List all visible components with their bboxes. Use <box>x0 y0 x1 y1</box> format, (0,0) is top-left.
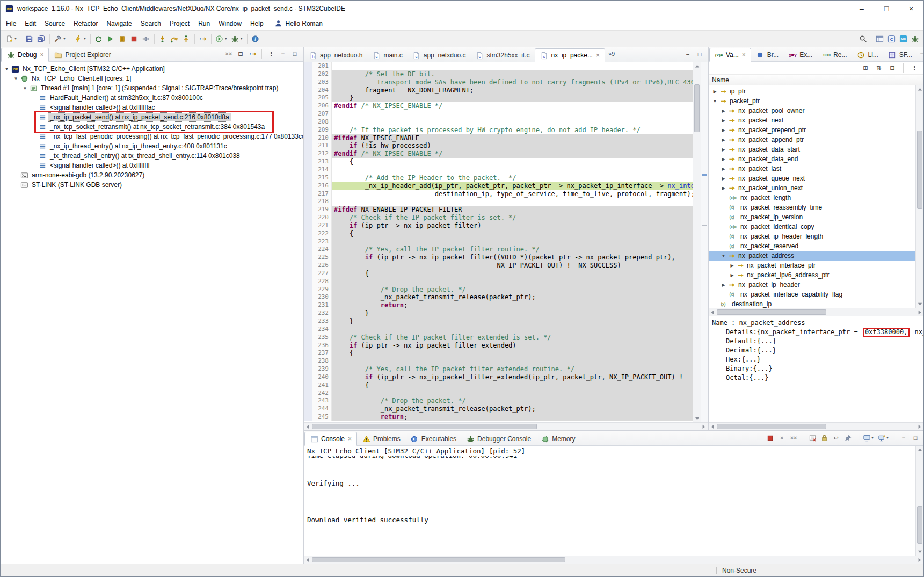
code-line-243[interactable]: 243 /* Drop the packet. */ <box>304 397 693 405</box>
code-line-227[interactable]: 227 { <box>304 270 693 278</box>
variables-view-tab-va[interactable]: (x)=Va...× <box>709 48 751 62</box>
scroll-arrow-icon[interactable] <box>915 423 923 431</box>
menu-project[interactable]: Project <box>165 18 194 29</box>
breakpoint-ruler[interactable] <box>304 326 312 334</box>
new-button[interactable]: ▼ <box>3 32 19 45</box>
code-line-221[interactable]: 221 if (ip_ptr -> nx_ip_packet_filter) <box>304 222 693 230</box>
code-line-215[interactable]: 215 /* Add the IP Header to the packet. … <box>304 174 693 182</box>
editor-tab-stm32h5xx-it-c[interactable]: cstm32h5xx_it.c <box>470 48 534 62</box>
editor-tab-app-netxduo-h[interactable]: happ_netxduo.h <box>304 48 367 62</box>
scroll-lock-button[interactable] <box>819 433 829 443</box>
clear-console-button[interactable] <box>807 433 817 443</box>
minimize-button[interactable]: − <box>899 433 908 443</box>
code-line-206[interactable]: 206#endif /* NX_IPSEC_ENABLE */ <box>304 102 693 110</box>
expand-arrow-icon[interactable]: ▶ <box>719 138 727 142</box>
expand-arrow-icon[interactable]: ▶ <box>728 273 736 278</box>
expand-arrow-icon[interactable]: ▶ <box>719 283 727 287</box>
code-line-203[interactable]: 203 Transport mode SAs have been defined… <box>304 78 693 86</box>
variable-row-nx-packet-ip-header[interactable]: ▶nx_packet_ip_header <box>709 280 915 290</box>
variable-row-nx-packet-queue-next[interactable]: ▶nx_packet_queue_next <box>709 174 915 183</box>
remove-all-terminated-button[interactable]: ×× <box>789 433 798 443</box>
variable-row-nx-packet-interface-ptr[interactable]: ▶nx_packet_interface_ptr <box>709 261 915 270</box>
variable-row-packet-ptr[interactable]: ▼packet_ptr <box>709 96 915 106</box>
minimize-button[interactable]: − <box>917 49 924 59</box>
debug-tree-item-tx-thread-shell-entry-at-tx-thread-shell[interactable]: _tx_thread_shell_entry() at tx_thread_sh… <box>1 151 303 161</box>
disconnect-button[interactable] <box>140 32 152 45</box>
code-line-223[interactable]: 223 <box>304 238 693 246</box>
code-line-230[interactable]: 230 _nx_packet_transmit_release(packet_p… <box>304 293 693 301</box>
collapse-arrow-icon[interactable]: ▼ <box>719 254 727 258</box>
scrollbar-thumb[interactable] <box>312 424 537 429</box>
dropdown-arrow-icon[interactable]: ▼ <box>240 37 243 40</box>
display-selected-console-button[interactable]: ▼ <box>862 433 875 443</box>
breakpoint-ruler[interactable] <box>304 190 312 198</box>
console-view-tab-executables[interactable]: Executables <box>405 432 461 446</box>
variable-row-nx-packet-ipv6-address-ptr[interactable]: ▶nx_packet_ipv6_address_ptr <box>709 270 915 280</box>
debug-tree-item-nx-tcp-echo-client-elf-cores-1[interactable]: ▼Nx_TCP_Echo_Client.elf [cores: 1] <box>1 74 303 83</box>
menu-file[interactable]: File <box>2 18 20 29</box>
code-line-205[interactable]: 205 } <box>304 94 693 102</box>
breakpoint-ruler[interactable] <box>304 198 312 206</box>
collapse-arrow-icon[interactable]: ▼ <box>21 86 29 91</box>
menu-window[interactable]: Window <box>214 18 246 29</box>
code-line-229[interactable]: 229 /* Drop the packet. */ <box>304 286 693 294</box>
minimize-window-button[interactable]: – <box>849 1 874 17</box>
variable-row-nx-packet-address[interactable]: ▼nx_packet_address <box>709 251 915 261</box>
close-tab-icon[interactable]: × <box>348 435 352 443</box>
expand-arrow-icon[interactable]: ▶ <box>728 263 736 268</box>
open-perspective-button[interactable] <box>874 32 885 45</box>
dropdown-arrow-icon[interactable]: ▼ <box>14 37 17 40</box>
expand-arrow-icon[interactable]: ▶ <box>719 128 727 133</box>
breakpoint-ruler[interactable] <box>304 238 312 246</box>
code-line-218[interactable]: 218 <box>304 198 693 206</box>
close-tab-icon[interactable]: × <box>40 51 43 59</box>
menu-run[interactable]: Run <box>194 18 214 29</box>
editor-vertical-scrollbar[interactable] <box>693 62 701 422</box>
breakpoint-ruler[interactable] <box>304 214 312 222</box>
breakpoint-ruler[interactable] <box>304 174 312 182</box>
maximize-button[interactable]: □ <box>695 49 704 59</box>
pin-console-button[interactable] <box>843 433 853 443</box>
code-line-235[interactable]: 235 /* Check if the IP packet filter ext… <box>304 334 693 342</box>
debug-view-tab-project-explorer[interactable]: Project Explorer <box>49 48 115 62</box>
menu-search[interactable]: Search <box>136 18 165 29</box>
details-horizontal-scrollbar[interactable] <box>709 422 923 430</box>
console-view-tab-problems[interactable]: Problems <box>357 432 405 446</box>
console-horizontal-scrollbar[interactable] <box>304 556 923 564</box>
code-line-238[interactable]: 238 <box>304 357 693 365</box>
variable-row-nx-packet-data-start[interactable]: ▶nx_packet_data_start <box>709 145 915 154</box>
cpp-perspective-button[interactable]: C <box>885 32 897 45</box>
debug-tree-item-nx-ip-packet-send-at-nx-ip-packet-send-c[interactable]: _nx_ip_packet_send() at nx_ip_packet_sen… <box>1 112 303 122</box>
debug-tree-item-st-link-st-link-gdb-server[interactable]: ST-LINK (ST-LINK GDB server) <box>1 180 303 190</box>
breakpoint-ruler[interactable] <box>304 334 312 342</box>
breakpoint-ruler[interactable] <box>304 349 312 357</box>
debug-tree-item-signal-handler-called-at-0xfffffffac[interactable]: <signal handler called>() at 0xfffffffac <box>1 103 303 112</box>
breakpoint-ruler[interactable] <box>304 254 312 262</box>
debug-view-tab-debug[interactable]: Debug× <box>1 48 49 62</box>
breakpoint-ruler[interactable] <box>304 270 312 278</box>
code-line-242[interactable]: 242 <box>304 390 693 398</box>
scroll-arrow-icon[interactable] <box>304 556 312 564</box>
scrollbar-thumb[interactable] <box>917 506 922 544</box>
code-line-204[interactable]: 204 fragment = NX_DONT_FRAGMENT; <box>304 86 693 95</box>
hidden-tabs-indicator[interactable]: »9 <box>608 51 615 59</box>
editor-tab-main-c[interactable]: cmain.c <box>367 48 407 62</box>
maximize-button[interactable]: □ <box>911 433 920 443</box>
breakpoint-ruler[interactable] <box>304 365 312 373</box>
variables-view-tab-sf[interactable]: SF... <box>883 48 917 62</box>
code-line-201[interactable]: 201 <box>304 62 693 70</box>
code-line-233[interactable]: 233 } <box>304 318 693 326</box>
scrollbar-thumb[interactable] <box>917 131 922 209</box>
code-line-219[interactable]: 219#ifdef NX_ENABLE_IP_PACKET_FILTER <box>304 206 693 214</box>
breakpoint-ruler[interactable] <box>304 230 312 238</box>
code-line-234[interactable]: 234 <box>304 326 693 334</box>
breakpoint-ruler[interactable] <box>304 102 312 110</box>
scrollbar-thumb[interactable] <box>717 309 826 315</box>
minimize-button[interactable]: − <box>278 49 288 59</box>
code-line-213[interactable]: 213 { <box>304 158 693 166</box>
code-line-236[interactable]: 236 if (ip_ptr -> nx_ip_packet_filter_ex… <box>304 342 693 350</box>
code-line-225[interactable]: 225 if (ip_ptr -> nx_ip_packet_filter((V… <box>304 254 693 262</box>
code-line-240[interactable]: 240 if (ip_ptr -> nx_ip_packet_filter_ex… <box>304 373 693 381</box>
dropdown-arrow-icon[interactable]: ▼ <box>83 37 86 40</box>
maximize-window-button[interactable]: □ <box>874 1 899 17</box>
